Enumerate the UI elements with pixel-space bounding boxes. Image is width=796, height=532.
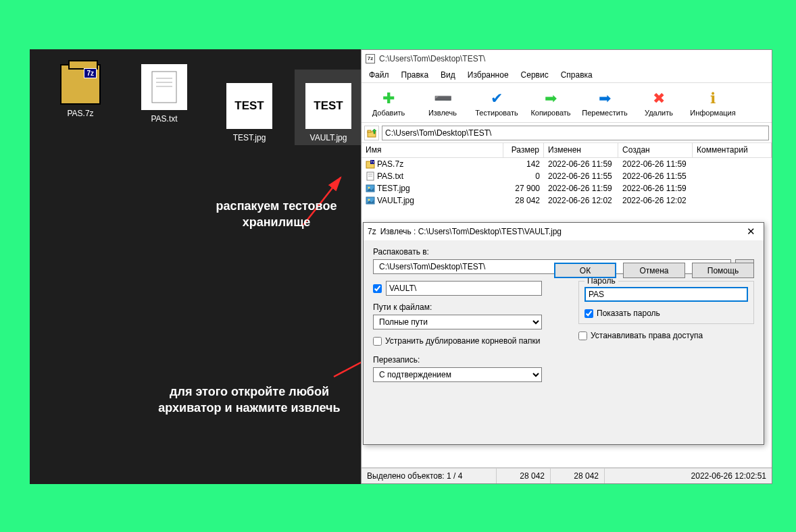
jpg-thumb: TEST <box>226 83 272 129</box>
menu-help[interactable]: Справка <box>556 69 597 81</box>
toolbar: ✚Добавить➖Извлечь✔Тестировать➡Копировать… <box>362 82 772 123</box>
status-time: 2022-06-26 12:02:51 <box>605 469 772 483</box>
svg-rect-0 <box>152 72 176 103</box>
file-row[interactable]: PAS.txt02022-06-26 11:552022-06-26 11:55 <box>362 170 772 182</box>
toolbar-информация[interactable]: ℹИнформация <box>686 88 740 117</box>
jpg-thumb: TEST <box>305 83 351 129</box>
file-row[interactable]: 7zPAS.7z1422022-06-26 11:592022-06-26 11… <box>362 158 772 170</box>
svg-rect-7 <box>368 130 371 132</box>
dialog-title: Извлечь : C:\Users\Tom\Desktop\TEST\VAUL… <box>380 227 562 236</box>
col-comment[interactable]: Комментарий <box>693 143 772 157</box>
annotation-1: распакуем тестовое хранилище <box>192 198 361 231</box>
show-password-check[interactable]: Показать пароль <box>584 309 748 318</box>
txt-icon <box>141 64 187 110</box>
menu-file[interactable]: Файл <box>364 69 394 81</box>
toolbar-копировать[interactable]: ➡Копировать <box>524 88 578 117</box>
screenshot-canvas: 7z PAS.7z PAS.txt TEST TEST.jpg TEST VAU… <box>30 49 741 484</box>
status-bar: Выделено объектов: 1 / 4 28 042 28 042 2… <box>362 467 772 483</box>
overwrite-select[interactable]: С подтверждением <box>373 367 542 382</box>
toolbar-тестировать[interactable]: ✔Тестировать <box>470 88 524 117</box>
annotation-2: для этого откройте любой архиватор и наж… <box>155 383 344 417</box>
7zip-titlebar[interactable]: 7z C:\Users\Tom\Desktop\TEST\ <box>362 50 772 68</box>
restore-perms-check[interactable]: Устанавливать права доступа <box>578 331 754 340</box>
window-title: C:\Users\Tom\Desktop\TEST\ <box>379 54 485 63</box>
menu-edit[interactable]: Правка <box>397 69 434 81</box>
folder-up-icon <box>367 128 376 138</box>
extract-to-label: Распаковать в: <box>373 247 754 257</box>
status-size1: 28 042 <box>497 469 551 483</box>
paths-select[interactable]: Полные пути <box>373 315 542 329</box>
копировать-icon: ➡ <box>524 88 578 109</box>
file-icon <box>366 196 375 205</box>
menu-tools[interactable]: Сервис <box>516 69 553 81</box>
file-row[interactable]: TEST.jpg27 9002022-06-26 11:592022-06-26… <box>362 182 772 194</box>
subfolder-input[interactable] <box>386 281 542 296</box>
cancel-button[interactable]: Отмена <box>623 263 685 278</box>
up-button[interactable] <box>364 126 379 140</box>
archive-icon: 7z <box>60 64 101 105</box>
paths-label: Пути к файлам: <box>373 302 542 312</box>
desktop-icon-test-jpg[interactable]: TEST TEST.jpg <box>219 83 280 142</box>
svg-text:7z: 7z <box>370 160 374 164</box>
help-button[interactable]: Помощь <box>692 263 754 278</box>
toolbar-переместить[interactable]: ➡Переместить <box>578 88 632 117</box>
dialog-titlebar[interactable]: 7z Извлечь : C:\Users\Tom\Desktop\TEST\V… <box>364 223 764 240</box>
desktop-icon-vault-jpg[interactable]: TEST VAULT.jpg <box>295 70 362 145</box>
добавить-icon: ✚ <box>362 88 416 109</box>
status-selected: Выделено объектов: 1 / 4 <box>362 469 497 483</box>
toolbar-извлечь[interactable]: ➖Извлечь <box>416 88 470 117</box>
menu-view[interactable]: Вид <box>436 69 460 81</box>
7zip-app-icon: 7z <box>366 54 375 63</box>
file-icon: 7z <box>366 159 375 169</box>
extract-dialog: 7z Извлечь : C:\Users\Tom\Desktop\TEST\V… <box>363 222 764 445</box>
toolbar-добавить[interactable]: ✚Добавить <box>362 88 416 117</box>
переместить-icon: ➡ <box>578 88 632 109</box>
password-input[interactable] <box>584 287 748 302</box>
col-size[interactable]: Размер <box>503 143 544 157</box>
col-created[interactable]: Создан <box>618 143 693 157</box>
address-bar <box>362 123 772 143</box>
icon-label: TEST.jpg <box>233 133 266 142</box>
7zip-app-icon: 7z <box>368 227 376 236</box>
тестировать-icon: ✔ <box>470 88 524 109</box>
ok-button[interactable]: ОК <box>554 263 616 278</box>
col-name[interactable]: Имя <box>362 143 503 157</box>
list-header: Имя Размер Изменен Создан Комментарий <box>362 143 772 158</box>
извлечь-icon: ➖ <box>416 88 470 109</box>
menubar: Файл Правка Вид Избранное Сервис Справка <box>362 68 772 82</box>
file-icon <box>366 171 375 181</box>
toolbar-удалить[interactable]: ✖Удалить <box>632 88 686 117</box>
eliminate-dup-check[interactable]: Устранить дублирование корневой папки <box>373 336 542 346</box>
col-modified[interactable]: Изменен <box>544 143 618 157</box>
информация-icon: ℹ <box>686 88 740 109</box>
password-fieldset: Пароль Показать пароль <box>578 281 754 324</box>
icon-label: PAS.txt <box>151 114 177 124</box>
icon-label: PAS.7z <box>67 109 93 118</box>
удалить-icon: ✖ <box>632 88 686 109</box>
close-button[interactable]: ✕ <box>743 225 760 238</box>
desktop-icon-pas-txt[interactable]: PAS.txt <box>134 64 195 124</box>
desktop-icon-pas-7z[interactable]: 7z PAS.7z <box>50 64 111 118</box>
subfolder-check[interactable] <box>373 281 382 296</box>
file-icon <box>366 184 375 193</box>
status-size2: 28 042 <box>551 469 605 483</box>
file-row[interactable]: VAULT.jpg28 0422022-06-26 12:022022-06-2… <box>362 194 772 207</box>
icon-label: VAULT.jpg <box>310 133 347 142</box>
address-input[interactable] <box>382 126 769 140</box>
overwrite-label: Перезапись: <box>373 355 542 365</box>
menu-favorites[interactable]: Избранное <box>463 69 514 81</box>
